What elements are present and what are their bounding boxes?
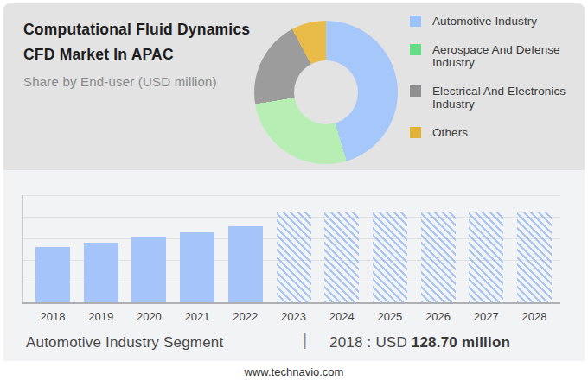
legend-item: Aerospace And Defense Industry [410, 43, 581, 70]
legend-swatch-icon [410, 44, 421, 55]
header-panel: Computational Fluid Dynamics CFD Market … [3, 3, 585, 170]
forecast-bar-2024 [324, 212, 359, 302]
page-title-line-2: CFD Market In APAC [23, 42, 250, 67]
x-tick-label: 2022 [221, 310, 270, 323]
donut-hole [294, 60, 358, 124]
x-tick-label: 2026 [414, 310, 463, 323]
page-title-line-1: Computational Fluid Dynamics [23, 17, 250, 42]
page-subtitle: Share by End-user (USD million) [23, 74, 250, 89]
legend-item-label: Aerospace And Defense Industry [432, 43, 581, 70]
x-tick-label: 2021 [173, 310, 221, 323]
bar-2019 [84, 243, 118, 302]
x-tick-label: 2023 [270, 310, 318, 323]
infographic: Computational Fluid Dynamics CFD Market … [0, 0, 588, 380]
legend-item: Others [410, 126, 581, 140]
x-tick-label: 2025 [366, 310, 414, 323]
bar-chart-panel: 2018201920202021202220232024202520262027… [3, 170, 585, 361]
footer-divider: | [303, 330, 307, 350]
x-tick-label: 2020 [125, 310, 173, 323]
x-axis-line [22, 302, 560, 304]
legend-item-label: Others [432, 126, 581, 140]
segment-value-prefix: 2018 : USD [329, 334, 412, 351]
segment-value: 2018 : USD 128.70 million [329, 334, 510, 352]
x-tick-label: 2019 [77, 310, 125, 323]
bar-2021 [180, 232, 214, 302]
legend-item-label: Electrical And Electronics Industry [432, 85, 581, 111]
website-url[interactable]: www.technavio.com [0, 365, 588, 378]
legend-item: Automotive Industry [410, 15, 581, 28]
gridline [22, 195, 560, 196]
header-text: Computational Fluid Dynamics CFD Market … [23, 17, 250, 89]
bar-2020 [131, 238, 166, 302]
donut-chart [254, 21, 398, 164]
bar-2022 [228, 226, 263, 302]
legend-item: Electrical And Electronics Industry [410, 85, 581, 111]
segment-name: Automotive Industry Segment [26, 334, 223, 352]
legend-swatch-icon [410, 16, 421, 27]
legend-swatch-icon [410, 127, 421, 138]
forecast-bar-2028 [517, 212, 552, 302]
forecast-bar-2026 [421, 212, 456, 302]
segment-value-amount: 128.70 million [412, 334, 510, 351]
legend-swatch-icon [410, 86, 421, 97]
y-axis-line [22, 195, 23, 303]
legend: Automotive IndustryAerospace And Defense… [410, 15, 581, 139]
x-tick-label: 2024 [317, 310, 366, 323]
legend-item-label: Automotive Industry [432, 15, 581, 28]
x-tick-label: 2028 [510, 310, 559, 323]
bar-2018 [35, 247, 70, 302]
x-tick-label: 2018 [29, 310, 77, 323]
forecast-bar-2027 [469, 212, 503, 302]
forecast-bar-2025 [373, 212, 407, 302]
forecast-bar-2023 [277, 212, 311, 302]
x-tick-label: 2027 [462, 310, 510, 323]
